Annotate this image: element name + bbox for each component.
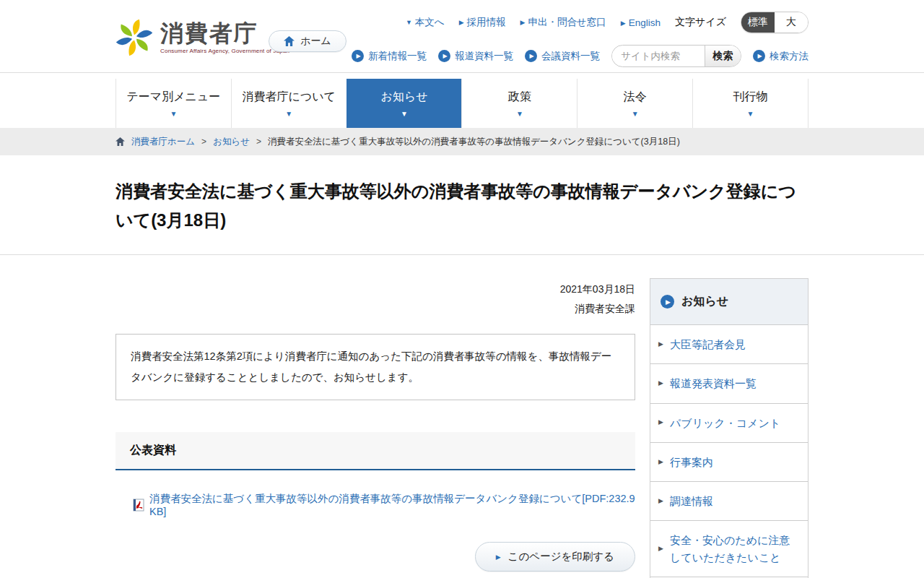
- breadcrumb-home-link[interactable]: 消費者庁ホーム: [131, 136, 195, 148]
- search-input[interactable]: [612, 51, 705, 61]
- link-press-materials-list[interactable]: ▶ 報道資料一覧: [438, 50, 513, 63]
- section-header-published-materials: 公表資料: [116, 432, 635, 470]
- title-section: 消費者安全法に基づく重大事故等以外の消費者事故等の事故情報データバンク登録につい…: [0, 155, 924, 255]
- right-triangle-icon: ▶: [658, 418, 663, 428]
- font-size-label: 文字サイズ: [675, 16, 726, 29]
- home-button-label: ホーム: [300, 35, 331, 48]
- global-navigation: テーマ別メニュー▼ 消費者庁について▼ お知らせ▼ 政策▼ 法令▼ 刊行物▼: [0, 72, 924, 128]
- site-header: 消費者庁 Consumer Affairs Agency, Government…: [0, 0, 924, 72]
- link-inquiry[interactable]: ▶申出・問合せ窓口: [520, 16, 606, 29]
- home-button[interactable]: ホーム: [269, 30, 346, 52]
- sidebar-news-menu: ▶ お知らせ ▶ 大臣等記者会見 ▶ 報道発表資料一覧 ▶ パブリック・コメント…: [650, 278, 808, 578]
- site-search: 検索: [611, 45, 741, 67]
- font-size-standard-button[interactable]: 標準: [741, 12, 775, 33]
- sidebar-item-press-conferences[interactable]: ▶ 大臣等記者会見: [650, 325, 808, 364]
- right-triangle-icon: ▶: [459, 19, 464, 26]
- right-triangle-icon: ▶: [496, 553, 501, 561]
- sidebar-item-safety-cautions[interactable]: ▶ 安全・安心のために注意していただきたいこと: [650, 521, 808, 577]
- site-tagline: Consumer Affairs Agency, Government of J…: [160, 48, 289, 54]
- pdf-file-icon: [133, 499, 144, 512]
- print-button-row: ▶ このページを印刷する: [116, 542, 635, 571]
- right-triangle-icon: ▶: [621, 20, 626, 27]
- search-button[interactable]: 検索: [705, 46, 741, 66]
- sidebar-item-procurement[interactable]: ▶ 調達情報: [650, 482, 808, 521]
- sidebar-item-events[interactable]: ▶ 行事案内: [650, 443, 808, 482]
- link-to-main-content[interactable]: ▼本文へ: [406, 16, 445, 29]
- right-triangle-icon: ▶: [658, 544, 663, 554]
- breadcrumb-separator: >: [256, 137, 261, 147]
- caa-pinwheel-logo-icon: [116, 19, 153, 56]
- publish-date: 2021年03月18日: [116, 280, 635, 299]
- notice-text-box: 消費者安全法第12条第2項により消費者庁に通知のあった下記の消費者事故等の情報を…: [116, 334, 635, 400]
- pdf-document-link[interactable]: 消費者安全法に基づく重大事故等以外の消費者事故等の事故情報データバンク登録につい…: [149, 492, 635, 517]
- nav-item-policy[interactable]: 政策▼: [461, 79, 577, 128]
- right-triangle-icon: ▶: [658, 379, 663, 389]
- circle-arrow-icon: ▶: [352, 50, 364, 62]
- font-size-large-button[interactable]: 大: [775, 12, 808, 33]
- sidebar-item-press-releases[interactable]: ▶ 報道発表資料一覧: [650, 364, 808, 403]
- sidebar-item-public-comments[interactable]: ▶ パブリック・コメント: [650, 404, 808, 443]
- breadcrumb: 消費者庁ホーム > お知らせ > 消費者安全法に基づく重大事故等以外の消費者事故…: [0, 128, 924, 155]
- chevron-down-icon: ▼: [285, 110, 292, 118]
- breadcrumb-separator: >: [201, 137, 206, 147]
- breadcrumb-section-link[interactable]: お知らせ: [213, 136, 250, 148]
- home-icon: [284, 36, 295, 46]
- circle-arrow-icon: ▶: [525, 50, 537, 62]
- right-triangle-icon: ▶: [658, 457, 663, 467]
- sidebar-title: お知らせ: [681, 294, 728, 309]
- pdf-link-row: 消費者安全法に基づく重大事故等以外の消費者事故等の事故情報データバンク登録につい…: [116, 492, 635, 517]
- nav-item-laws[interactable]: 法令▼: [577, 79, 692, 128]
- right-triangle-icon: ▶: [520, 19, 526, 26]
- circle-arrow-icon: ▶: [438, 50, 450, 62]
- chevron-down-icon: ▼: [747, 110, 754, 118]
- link-meeting-materials-list[interactable]: ▶ 会議資料一覧: [525, 50, 600, 63]
- sidebar-header-news[interactable]: ▶ お知らせ: [650, 279, 808, 325]
- right-triangle-icon: ▶: [658, 496, 663, 506]
- chevron-down-icon: ▼: [516, 110, 523, 118]
- print-button-label: このページを印刷する: [508, 550, 614, 564]
- print-page-button[interactable]: ▶ このページを印刷する: [475, 542, 635, 571]
- quick-links-row: ▶ 新着情報一覧 ▶ 報道資料一覧 ▶ 会議資料一覧 検索 ▶ 検索方法: [352, 45, 808, 67]
- article-meta: 2021年03月18日 消費者安全課: [116, 280, 635, 318]
- circle-arrow-icon: ▶: [661, 295, 674, 309]
- home-icon: [116, 137, 125, 146]
- down-triangle-icon: ▼: [406, 19, 412, 26]
- link-english[interactable]: ▶English: [621, 17, 661, 28]
- nav-item-theme-menu[interactable]: テーマ別メニュー▼: [116, 79, 231, 128]
- article-column: 2021年03月18日 消費者安全課 消費者安全法第12条第2項により消費者庁に…: [116, 255, 635, 571]
- nav-item-about[interactable]: 消費者庁について▼: [231, 79, 346, 128]
- chevron-down-icon: ▼: [170, 110, 177, 118]
- circle-arrow-icon: ▶: [753, 50, 765, 62]
- chevron-down-icon: ▼: [632, 110, 639, 118]
- site-logo[interactable]: 消費者庁 Consumer Affairs Agency, Government…: [116, 19, 289, 56]
- link-recruit[interactable]: ▶採用情報: [459, 16, 506, 29]
- font-size-toggle: 標準 大: [741, 12, 808, 33]
- main-content: 2021年03月18日 消費者安全課 消費者安全法第12条第2項により消費者庁に…: [0, 255, 924, 578]
- page-title: 消費者安全法に基づく重大事故等以外の消費者事故等の事故情報データバンク登録につい…: [116, 177, 808, 234]
- link-whats-new-list[interactable]: ▶ 新着情報一覧: [352, 50, 427, 63]
- nav-item-news[interactable]: お知らせ▼: [346, 79, 462, 128]
- utility-links-row: ▼本文へ ▶採用情報 ▶申出・問合せ窓口 ▶English 文字サイズ 標準 大: [406, 12, 808, 33]
- department-name: 消費者安全課: [116, 299, 635, 319]
- nav-item-publications[interactable]: 刊行物▼: [692, 79, 808, 128]
- chevron-down-icon: ▼: [401, 110, 408, 118]
- right-triangle-icon: ▶: [658, 340, 663, 350]
- breadcrumb-current-page: 消費者安全法に基づく重大事故等以外の消費者事故等の事故情報データバンク登録につい…: [268, 136, 680, 148]
- link-search-method[interactable]: ▶ 検索方法: [753, 50, 808, 63]
